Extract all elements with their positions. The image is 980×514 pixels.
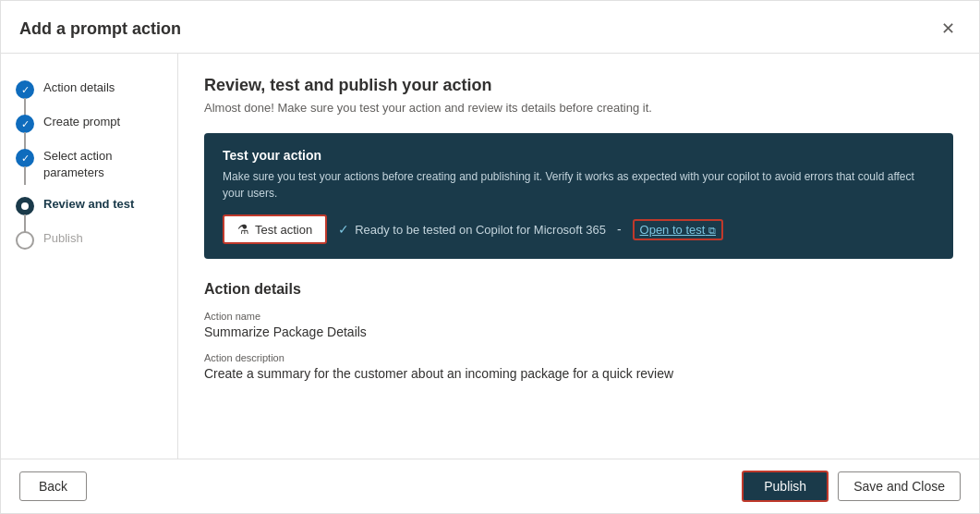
flask-icon: ⚗: [237, 222, 249, 237]
test-action-button[interactable]: ⚗ Test action: [223, 214, 327, 244]
section-subtitle: Almost done! Make sure you test your act…: [204, 101, 953, 115]
open-to-test-link[interactable]: Open to test ⧉: [633, 219, 723, 240]
dialog-footer: Back Publish Save and Close: [1, 459, 979, 513]
main-content: Review, test and publish your action Alm…: [178, 54, 979, 459]
sidebar-item-review-and-test[interactable]: Review and test: [1, 189, 177, 223]
step-label-publish: Publish: [43, 230, 83, 247]
save-and-close-button[interactable]: Save and Close: [838, 471, 961, 501]
action-details-title: Action details: [204, 281, 953, 298]
close-icon: ✕: [941, 18, 955, 39]
sidebar-item-create-prompt[interactable]: ✓ Create prompt: [1, 106, 177, 141]
step-label-select-action-parameters: Select action parameters: [43, 148, 163, 181]
step-label-review-and-test: Review and test: [43, 196, 134, 213]
check-icon-2: ✓: [21, 118, 30, 130]
check-icon: ✓: [21, 84, 30, 96]
footer-left: Back: [19, 471, 87, 501]
action-name-label: Action name: [204, 311, 953, 322]
publish-button[interactable]: Publish: [742, 471, 829, 502]
action-details-section: Action details Action name Summarize Pac…: [204, 281, 953, 381]
step-icon-review-and-test: [16, 197, 34, 215]
step-label-create-prompt: Create prompt: [43, 114, 120, 130]
test-card-actions: ⚗ Test action ✓ Ready to be tested on Co…: [223, 214, 935, 244]
section-title: Review, test and publish your action: [204, 76, 953, 95]
external-link-icon: ⧉: [708, 225, 716, 236]
active-dot-icon: [21, 202, 29, 210]
step-connector-3: [24, 166, 26, 185]
step-icon-create-prompt: ✓: [16, 115, 34, 133]
dialog-header: Add a prompt action ✕: [1, 1, 979, 54]
action-name-field: Action name Summarize Package Details: [204, 311, 953, 339]
test-card-title: Test your action: [223, 148, 935, 163]
dialog-title: Add a prompt action: [19, 19, 181, 39]
check-icon-3: ✓: [21, 153, 30, 165]
back-button[interactable]: Back: [19, 471, 87, 501]
step-label-action-details: Action details: [43, 80, 115, 96]
sidebar: ✓ Action details ✓ Create prompt ✓ Selec…: [1, 54, 178, 459]
step-icon-select-action-parameters: ✓: [16, 149, 34, 167]
sidebar-item-select-action-parameters[interactable]: ✓ Select action parameters: [1, 141, 177, 189]
test-action-card: Test your action Make sure you test your…: [204, 133, 953, 259]
separator: -: [617, 222, 622, 237]
close-button[interactable]: ✕: [935, 16, 961, 42]
ready-text-label: Ready to be tested on Copilot for Micros…: [355, 223, 606, 237]
checkmark-icon: ✓: [338, 222, 349, 237]
dialog-body: ✓ Action details ✓ Create prompt ✓ Selec…: [1, 54, 979, 459]
action-description-field: Action description Create a summary for …: [204, 352, 953, 381]
test-card-description: Make sure you test your actions before c…: [223, 168, 935, 202]
ready-status: ✓ Ready to be tested on Copilot for Micr…: [338, 222, 606, 237]
footer-right: Publish Save and Close: [742, 471, 961, 502]
test-action-button-label: Test action: [255, 223, 312, 237]
step-icon-publish: [16, 231, 34, 250]
action-description-value: Create a summary for the customer about …: [204, 366, 953, 381]
sidebar-item-action-details[interactable]: ✓ Action details: [1, 72, 177, 106]
step-icon-action-details: ✓: [16, 80, 34, 99]
action-name-value: Summarize Package Details: [204, 324, 953, 339]
add-prompt-action-dialog: Add a prompt action ✕ ✓ Action details ✓…: [0, 0, 980, 514]
action-description-label: Action description: [204, 352, 953, 363]
sidebar-item-publish[interactable]: Publish: [1, 223, 177, 257]
open-to-test-label: Open to test: [640, 223, 706, 237]
